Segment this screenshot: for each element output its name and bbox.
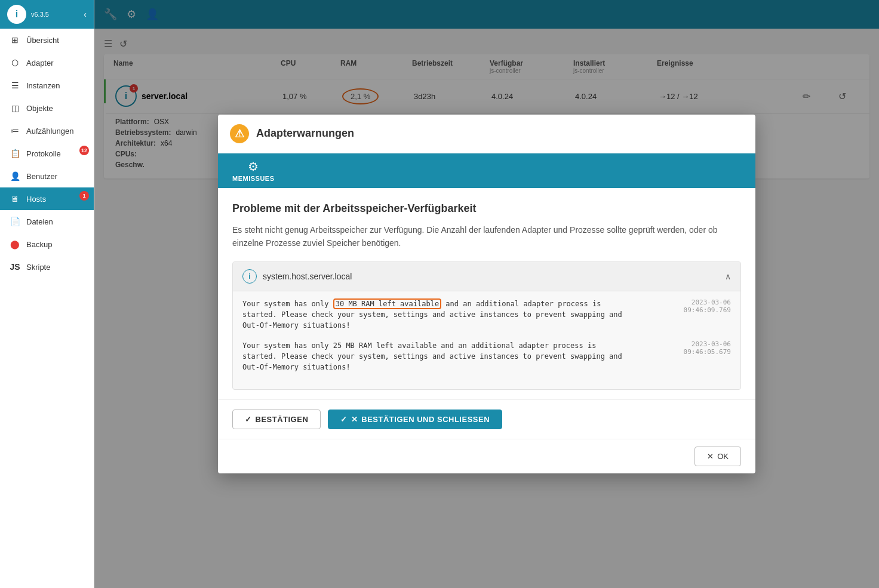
sidebar-label-instanzen: Instanzen [26,81,60,90]
sidebar-item-adapter[interactable]: ⬡ Adapter [0,51,94,74]
log-entry-1: Your system has only 30 MB RAM left avai… [242,298,731,331]
skripte-icon: JS [10,261,20,272]
aufzahlungen-icon: ≔ [10,125,20,136]
benutzer-icon: 👤 [10,171,20,181]
sidebar-item-skripte[interactable]: JS Skripte [0,255,94,278]
sidebar-label-adapter: Adapter [26,59,54,67]
dateien-icon: 📄 [10,216,20,227]
sidebar-logo: i v6.3.5 ‹ [0,0,94,29]
sidebar-label-skripte: Skripte [26,263,50,272]
sidebar-nav: ⊞ Übersicht ⬡ Adapter ☰ Instanzen ◫ Obje… [0,29,94,588]
warning-icon: ⚠ [230,124,249,143]
host-section: i system.host.server.local ∧ Your system… [232,261,741,390]
sidebar-item-instanzen[interactable]: ☰ Instanzen [0,74,94,97]
confirm-close-button[interactable]: ✓ ✕ BESTÄTIGEN UND SCHLIESSEN [328,410,502,429]
modal-title-bar: ⚠ Adapterwarnungen [218,115,755,153]
host-section-label: system.host.server.local [263,272,352,281]
log-message-2: Your system has only 25 MB RAM left avai… [242,340,658,372]
confirm-close-label: BESTÄTIGEN UND SCHLIESSEN [361,415,490,424]
host-section-header: i system.host.server.local ∧ [233,262,740,291]
chevron-up-icon[interactable]: ∧ [725,272,731,281]
log-timestamp-2: 2023-03-0609:46:05.679 [665,340,731,356]
sidebar-label-benutzer: Benutzer [26,172,57,181]
sidebar-collapse-button[interactable]: ‹ [84,10,87,19]
ok-label: OK [717,452,729,461]
confirm-check-icon: ✓ [245,415,252,424]
modal-footer: ✕ OK [218,439,755,473]
main-content: 🔧 ⚙ 👤 ☰ ↺ Name CPU RAM Betriebszeit Verf… [94,0,879,588]
sidebar-item-hosts[interactable]: 🖥 Hosts 1 [0,187,94,210]
sidebar-item-ubersicht[interactable]: ⊞ Übersicht [0,29,94,51]
sidebar-item-backup[interactable]: ⬤ Backup [0,233,94,255]
modal-description: Es steht nicht genug Arbeitsspeicher zur… [232,223,741,250]
app-logo: i [7,5,26,24]
memissues-tab-icon: ⚙ [248,159,259,174]
sidebar-item-objekte[interactable]: ◫ Objekte [0,97,94,119]
memissues-tab-label: MEMISSUES [232,175,275,182]
modal-tab-bar: ⚙ MEMISSUES [218,153,755,188]
host-section-name: i system.host.server.local [242,269,352,284]
confirm-label: BESTÄTIGEN [256,415,309,424]
modal-section-title: Probleme mit der Arbeitsspeicher-Verfügb… [232,202,741,215]
host-logo-small: i [242,269,257,284]
sidebar-label-backup: Backup [26,240,52,249]
hosts-badge: 1 [79,191,89,201]
ubersicht-icon: ⊞ [10,35,20,45]
sidebar-label-hosts: Hosts [26,195,46,204]
log-timestamp-1: 2023-03-0609:46:09.769 [665,298,731,314]
sidebar-label-aufzahlungen: Aufzählungen [26,127,74,136]
sidebar-item-benutzer[interactable]: 👤 Benutzer [0,165,94,187]
log-entry-2: Your system has only 25 MB RAM left avai… [242,340,731,372]
log-message-1: Your system has only 30 MB RAM left avai… [242,298,658,331]
sidebar-item-aufzahlungen[interactable]: ≔ Aufzählungen [0,119,94,142]
backup-icon: ⬤ [10,239,20,250]
ok-x-icon: ✕ [707,452,714,461]
confirm-close-check-icon: ✓ [340,415,348,424]
log-entries: Your system has only 30 MB RAM left avai… [233,291,740,389]
modal-actions: ✓ BESTÄTIGEN ✓ ✕ BESTÄTIGEN UND SCHLIESS… [218,399,755,439]
sidebar-label-ubersicht: Übersicht [26,36,59,45]
adapterwarnungen-modal: ⚠ Adapterwarnungen ⚙ MEMISSUES Probleme … [218,115,755,474]
confirm-close-x-icon: ✕ [351,415,358,424]
sidebar-item-protokolle[interactable]: 📋 Protokolle 12 [0,142,94,165]
sidebar-label-objekte: Objekte [26,104,53,113]
modal-overlay: ⚠ Adapterwarnungen ⚙ MEMISSUES Probleme … [94,0,879,588]
protokolle-icon: 📋 [10,148,20,159]
sidebar-item-dateien[interactable]: 📄 Dateien [0,210,94,233]
adapter-icon: ⬡ [10,57,20,68]
modal-body: Probleme mit der Arbeitsspeicher-Verfügb… [218,188,755,400]
app-version: v6.3.5 [31,11,49,18]
modal-title: Adapterwarnungen [256,127,354,140]
memissues-tab[interactable]: ⚙ MEMISSUES [218,153,289,188]
instanzen-icon: ☰ [10,80,20,91]
confirm-button[interactable]: ✓ BESTÄTIGEN [232,410,321,429]
ok-button[interactable]: ✕ OK [694,447,741,466]
sidebar-label-protokolle: Protokolle [26,149,61,158]
hosts-icon: 🖥 [10,193,20,204]
sidebar: i v6.3.5 ‹ ⊞ Übersicht ⬡ Adapter ☰ Insta… [0,0,94,588]
objekte-icon: ◫ [10,103,20,113]
log-highlight-1: 30 MB RAM left available [333,298,441,309]
sidebar-label-dateien: Dateien [26,217,53,226]
protokolle-badge: 12 [79,146,89,155]
